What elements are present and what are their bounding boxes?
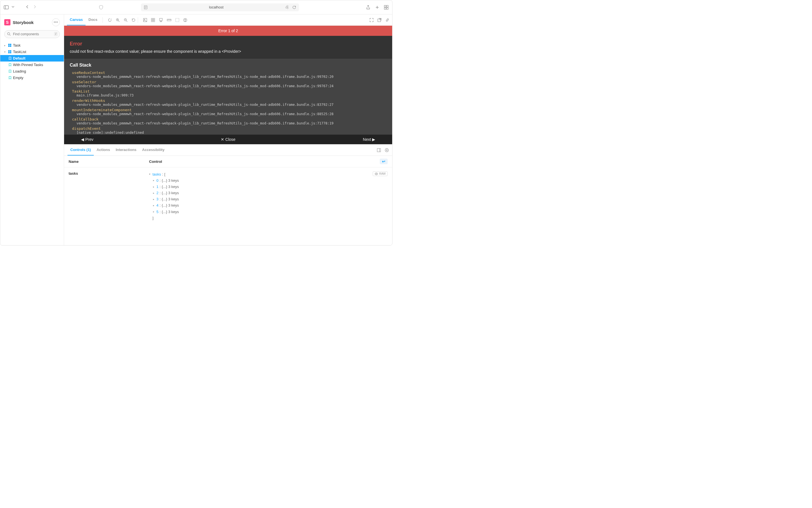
svg-rect-15 xyxy=(10,44,11,45)
bookmark-icon xyxy=(9,63,11,66)
svg-rect-42 xyxy=(176,18,179,22)
svg-rect-20 xyxy=(8,52,10,53)
canvas-error-overlay: Error 1 of 2 Error could not find react-… xyxy=(64,26,392,144)
tree-story-loading[interactable]: Loading xyxy=(0,68,64,75)
svg-rect-19 xyxy=(10,50,11,52)
tree-item-task[interactable]: ▸ Task xyxy=(0,42,64,48)
tree-story-default[interactable]: Default xyxy=(0,55,64,61)
stack-loc: vendors-node_modules_pmmmwh_react-refres… xyxy=(70,84,387,88)
tree-story-label: Loading xyxy=(13,69,26,73)
tree-item-tasklist[interactable]: ▾ TaskList xyxy=(0,48,64,55)
json-root[interactable]: ▾ tasks : [ xyxy=(149,171,388,177)
header-control: Control xyxy=(149,160,162,164)
svg-line-23 xyxy=(118,20,119,22)
new-tab-icon[interactable] xyxy=(375,5,380,10)
svg-rect-33 xyxy=(151,20,153,22)
toolbar: Canvas Docs xyxy=(64,14,392,26)
outline-icon[interactable] xyxy=(175,18,179,22)
svg-point-51 xyxy=(376,173,377,174)
error-prev-button[interactable]: ◀︎ Prev xyxy=(81,137,93,142)
tabs-icon[interactable] xyxy=(384,5,389,10)
svg-rect-16 xyxy=(8,45,10,47)
zoom-reset-icon[interactable] xyxy=(131,18,135,22)
addons-close-icon[interactable] xyxy=(385,148,389,152)
browser-chrome: localhost 🗫 xyxy=(0,0,392,14)
error-nav: ◀︎ Prev ✕ Close Next ▶︎ xyxy=(64,135,392,144)
tree-story-label: With Pinned Tasks xyxy=(13,62,43,67)
measure-icon[interactable] xyxy=(167,18,171,22)
stack-fn: mountIndeterminateComponent xyxy=(70,108,387,112)
shield-icon[interactable] xyxy=(98,5,104,10)
raw-toggle-button[interactable]: RAW xyxy=(373,171,388,176)
accessibility-icon[interactable] xyxy=(183,18,187,22)
sidebar-menu-button[interactable]: ••• xyxy=(52,18,60,26)
tab-docs[interactable]: Docs xyxy=(86,14,100,26)
grid-icon[interactable] xyxy=(151,18,155,22)
json-item[interactable]: ▸2 : {...} 3 keys xyxy=(149,190,388,196)
share-icon[interactable] xyxy=(366,5,371,10)
error-title: Error xyxy=(70,41,387,47)
reset-controls-button[interactable]: ↩ xyxy=(380,159,388,164)
chevron-down-icon: ▾ xyxy=(4,50,6,53)
back-icon[interactable] xyxy=(26,5,30,10)
svg-rect-0 xyxy=(4,6,8,9)
component-icon xyxy=(8,50,11,53)
addons-tab-a11y[interactable]: Accessibility xyxy=(139,144,167,156)
tree-item-label: TaskList xyxy=(13,50,26,54)
json-item[interactable]: ▸0 : {...} 3 keys xyxy=(149,177,388,184)
stack-fn: renderWithHooks xyxy=(70,98,387,103)
tree-story-with-pinned[interactable]: With Pinned Tasks xyxy=(0,61,64,68)
component-icon xyxy=(8,44,11,47)
remount-icon[interactable] xyxy=(108,18,112,22)
stack-fn: useSelector xyxy=(70,80,387,84)
search-input[interactable] xyxy=(4,30,60,38)
background-icon[interactable] xyxy=(143,18,147,22)
tree-story-label: Empty xyxy=(13,76,24,80)
fullscreen-icon[interactable] xyxy=(370,18,373,22)
json-item[interactable]: ▸5 : {...} 3 keys xyxy=(149,209,388,215)
error-next-button[interactable]: Next ▶︎ xyxy=(363,137,375,142)
svg-point-30 xyxy=(144,19,145,20)
addons-orientation-icon[interactable] xyxy=(377,148,381,152)
addons-tab-interactions[interactable]: Interactions xyxy=(113,144,139,156)
json-item[interactable]: ▸3 : {...} 3 keys xyxy=(149,196,388,202)
svg-rect-14 xyxy=(8,44,10,45)
open-tab-icon[interactable] xyxy=(377,18,381,22)
control-arg-value: RAW ▾ tasks : [ ▸0 : {...} 3 keys ▸1 : {… xyxy=(149,171,388,221)
svg-rect-32 xyxy=(153,18,155,20)
zoom-out-icon[interactable] xyxy=(124,18,128,22)
stack-loc: [native code]:undefined:undefined xyxy=(70,131,387,135)
tab-canvas[interactable]: Canvas xyxy=(67,14,86,26)
stack-loc: main.iframe.bundle.js:909:73 xyxy=(70,93,387,97)
header-name: Name xyxy=(69,160,149,164)
callstack-title: Call Stack xyxy=(70,62,387,68)
viewport-icon[interactable] xyxy=(159,18,163,22)
storybook-logo-icon: S xyxy=(4,19,10,26)
addons-tab-actions[interactable]: Actions xyxy=(94,144,113,156)
error-banner: Error 1 of 2 xyxy=(64,26,392,36)
svg-line-13 xyxy=(10,35,10,36)
svg-rect-35 xyxy=(160,18,162,20)
translate-icon[interactable]: 🗫 xyxy=(284,5,289,10)
json-item[interactable]: ▸1 : {...} 3 keys xyxy=(149,184,388,190)
chevron-down-icon[interactable] xyxy=(11,6,14,9)
stack-fn: dispatchEvent xyxy=(70,126,387,131)
reader-icon[interactable] xyxy=(143,5,148,10)
json-item[interactable]: ▸4 : {...} 3 keys xyxy=(149,202,388,209)
stack-loc: vendors-node_modules_pmmmwh_react-refres… xyxy=(70,103,387,107)
sidebar-toggle-icon[interactable] xyxy=(4,5,9,10)
brand[interactable]: S Storybook xyxy=(4,19,34,26)
control-arg-name: tasks xyxy=(69,171,149,221)
link-icon[interactable] xyxy=(385,18,389,22)
address-bar[interactable]: localhost 🗫 xyxy=(141,3,299,11)
search-icon xyxy=(7,32,11,36)
zoom-in-icon[interactable] xyxy=(116,18,120,22)
svg-rect-34 xyxy=(153,20,155,22)
tree-story-empty[interactable]: Empty xyxy=(0,75,64,81)
error-close-button[interactable]: ✕ Close xyxy=(221,137,236,142)
component-tree: ▸ Task ▾ TaskList Default xyxy=(0,42,64,81)
svg-rect-46 xyxy=(377,149,380,152)
reload-icon[interactable] xyxy=(292,5,297,10)
addons-tab-controls[interactable]: Controls (1) xyxy=(68,144,94,156)
addons-panel: Controls (1) Actions Interactions Access… xyxy=(64,144,392,246)
